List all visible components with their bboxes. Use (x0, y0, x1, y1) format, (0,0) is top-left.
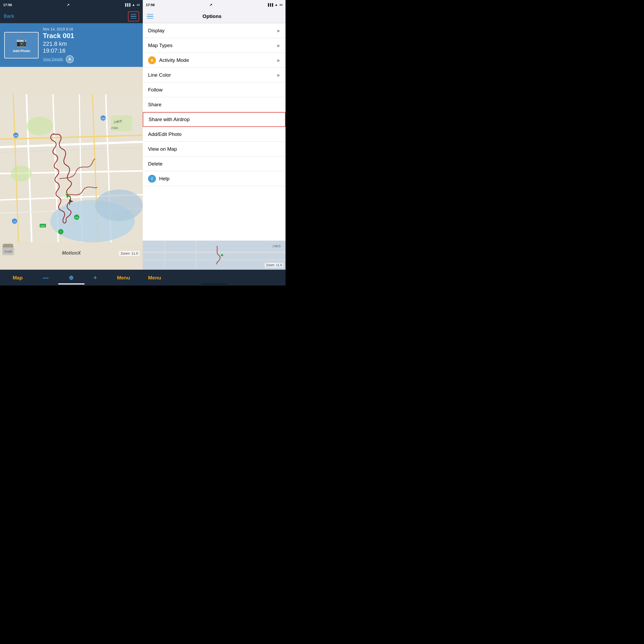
track-date: Nov 14, 2019 9:16 (43, 27, 74, 31)
svg-text:246: 246 (14, 134, 18, 137)
track-distance: 221.8 km (43, 40, 74, 47)
status-icons-left: ▐▐▐ ▲ ▭ (124, 3, 140, 7)
option-left-share-airdrop: Share with Airdrop (149, 117, 190, 122)
nav-bar-left: Back (0, 10, 143, 23)
map-tab[interactable]: Map (13, 275, 23, 281)
option-label-delete: Delete (148, 161, 163, 167)
option-left-view-on-map: View on Map (148, 146, 177, 152)
home-indicator-right (201, 283, 227, 284)
option-arrow-activity-mode: ▶ (277, 58, 280, 62)
status-bar-right: 17:56 ↗ ▐▐▐ ▲ ▭ (143, 0, 286, 10)
svg-rect-21 (69, 200, 70, 205)
svg-text:武蔵線: 武蔵線 (111, 127, 118, 129)
track-info: Nov 14, 2019 9:16 Track 001 221.8 km 19:… (43, 27, 74, 63)
option-label-display: Display (148, 28, 164, 34)
option-left-map-types: Map Types (148, 43, 173, 48)
option-arrow-display: ▶ (277, 29, 280, 33)
hamburger-line-2 (147, 16, 153, 17)
hamburger-line-3 (147, 18, 153, 19)
option-label-map-types: Map Types (148, 43, 173, 48)
minus-button[interactable]: — (43, 274, 49, 281)
option-item-map-types[interactable]: Map Types▶ (143, 38, 286, 53)
option-label-activity-mode: Activity Mode (159, 57, 189, 63)
camera-icon: 📷 (16, 37, 27, 47)
add-photo-box[interactable]: 📷 Add Photo (4, 32, 39, 58)
svg-point-17 (95, 190, 143, 221)
zoom-label-left: Zoom: 11.0 (119, 251, 140, 256)
option-label-share: Share (148, 102, 162, 108)
plus-button[interactable]: + (94, 274, 97, 281)
option-label-follow: Follow (148, 87, 163, 93)
options-title: Options (203, 13, 222, 19)
option-label-view-on-map: View on Map (148, 146, 177, 152)
menu-button[interactable] (128, 11, 139, 21)
option-left-activity-mode: AActivity Mode (148, 56, 189, 64)
option-label-add-edit-photo: Add/Edit Photo (148, 131, 182, 137)
signal-icon-right: ▐▐▐ (267, 3, 273, 6)
track-footer: View Details A (43, 55, 74, 63)
option-item-add-edit-photo[interactable]: Add/Edit Photo (143, 127, 286, 142)
option-left-add-edit-photo: Add/Edit Photo (148, 131, 182, 137)
option-arrow-map-types: ▶ (277, 43, 280, 48)
menu-tab-right[interactable]: Menu (148, 275, 161, 281)
battery-icon-right: ▭ (279, 3, 282, 7)
time-right: 17:56 (146, 3, 155, 7)
hamburger-button[interactable] (147, 14, 153, 19)
option-left-follow: Follow (148, 87, 163, 93)
option-left-display: Display (148, 28, 164, 34)
option-item-line-color[interactable]: Line Color▶ (143, 68, 286, 82)
location-arrow-right: ↗ (209, 3, 212, 7)
svg-text:川崎市: 川崎市 (272, 245, 281, 248)
activity-badge-left: A (66, 55, 74, 63)
wifi-icon: ▲ (132, 3, 135, 7)
svg-point-42 (221, 254, 223, 256)
option-item-display[interactable]: Display▶ (143, 23, 286, 38)
option-item-share-airdrop[interactable]: Share with Airdrop (143, 112, 286, 127)
bottom-bar-left: Map — ⊕ + Menu (0, 270, 143, 286)
option-item-share[interactable]: Share (143, 97, 286, 112)
option-arrow-line-color: ▶ (277, 73, 280, 77)
option-item-view-on-map[interactable]: View on Map (143, 142, 286, 157)
activity-badge-activity-mode: A (148, 56, 156, 64)
menu-line-3 (131, 18, 136, 19)
home-indicator-left (58, 283, 85, 284)
svg-rect-40 (196, 241, 197, 270)
menu-line-1 (131, 14, 136, 15)
status-icons-right: ▐▐▐ ▲ ▭ (267, 3, 282, 7)
track-name: Track 001 (43, 32, 74, 40)
option-label-line-color: Line Color (148, 72, 171, 78)
option-left-help: iHelp (148, 175, 169, 183)
option-item-follow[interactable]: Follow (143, 82, 286, 97)
add-photo-label: Add Photo (13, 49, 30, 53)
center-button[interactable]: ⊕ (69, 274, 73, 281)
right-panel: 17:56 ↗ ▐▐▐ ▲ ▭ Options Display▶Map Type… (143, 0, 286, 286)
map-container[interactable]: 川崎市 武蔵線 246 466 16 K5 7 E83 ⤢ MotionX Zo… (0, 67, 143, 270)
hamburger-line-1 (147, 14, 153, 15)
option-item-delete[interactable]: Delete (143, 157, 286, 171)
motionx-watermark: MotionX (62, 250, 81, 256)
option-item-activity-mode[interactable]: AActivity Mode▶ (143, 53, 286, 68)
battery-icon: ▭ (137, 3, 140, 7)
svg-point-13 (11, 166, 32, 182)
option-item-help[interactable]: iHelp (143, 171, 286, 186)
option-label-share-airdrop: Share with Airdrop (149, 117, 190, 122)
time-left: 17:56 (3, 3, 12, 7)
svg-text:7: 7 (60, 231, 61, 233)
menu-tab[interactable]: Menu (117, 275, 130, 281)
option-left-line-color: Line Color (148, 72, 171, 78)
zoom-label-right: Zoom: 11.0 (265, 263, 283, 268)
signal-icon: ▐▐▐ (124, 3, 130, 6)
status-bar-left: 17:56 ↗ ▐▐▐ ▲ ▭ (0, 0, 143, 10)
svg-rect-19 (67, 192, 67, 198)
option-left-delete: Delete (148, 161, 163, 167)
back-button[interactable]: Back (4, 13, 14, 19)
info-badge-help: i (148, 175, 156, 183)
track-duration: 19:07:16 (43, 47, 74, 54)
menu-line-2 (131, 16, 136, 17)
view-details-link[interactable]: View Details (43, 57, 63, 61)
svg-text:K5: K5 (75, 216, 78, 219)
wifi-icon-right: ▲ (275, 3, 278, 7)
svg-text:E83: E83 (41, 225, 45, 227)
track-header: 📷 Add Photo Nov 14, 2019 9:16 Track 001 … (0, 23, 143, 67)
options-list: Display▶Map Types▶AActivity Mode▶Line Co… (143, 23, 286, 241)
